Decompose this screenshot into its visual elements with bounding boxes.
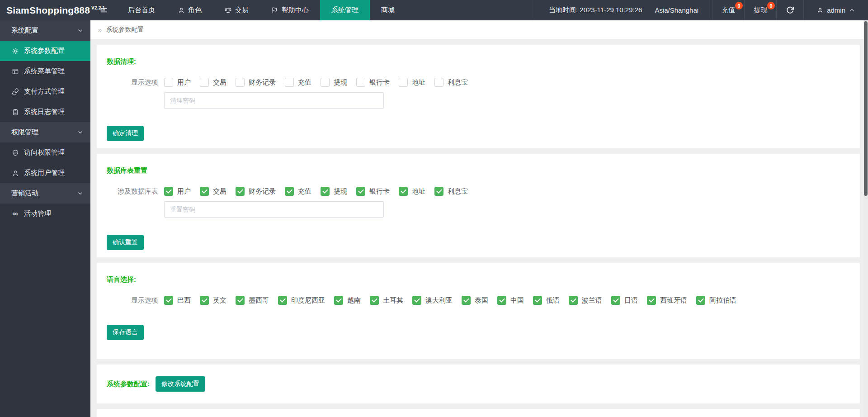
reset-password-input[interactable] bbox=[164, 201, 384, 218]
checkbox-option[interactable]: 用户 bbox=[164, 187, 191, 196]
nav-item-home[interactable]: 后台首页 bbox=[117, 0, 166, 20]
checkbox[interactable] bbox=[200, 187, 209, 196]
checkbox-option[interactable]: 英文 bbox=[200, 296, 226, 305]
checkbox[interactable] bbox=[236, 78, 245, 87]
checkbox[interactable] bbox=[434, 187, 443, 196]
checkbox-option[interactable]: 财务记录 bbox=[236, 78, 276, 87]
sidebar-item-payment-methods[interactable]: 支付方式管理 bbox=[0, 81, 90, 102]
sidebar-item-system-logs[interactable]: 系统日志管理 bbox=[0, 102, 90, 122]
checkbox[interactable] bbox=[200, 78, 209, 87]
checkbox-option[interactable]: 地址 bbox=[399, 78, 425, 87]
breadcrumb-arrows-icon: » bbox=[98, 26, 102, 33]
checkbox-option[interactable]: 泰国 bbox=[462, 296, 488, 305]
checkbox-option[interactable]: 利息宝 bbox=[434, 78, 468, 87]
save-language-button[interactable]: 保存语言 bbox=[107, 325, 144, 340]
checkbox[interactable] bbox=[462, 296, 471, 305]
checkbox-option[interactable]: 银行卡 bbox=[356, 78, 390, 87]
confirm-clean-button[interactable]: 确定清理 bbox=[107, 126, 144, 141]
checkbox[interactable] bbox=[164, 296, 173, 305]
checkbox[interactable] bbox=[370, 296, 379, 305]
checkbox-option[interactable]: 充值 bbox=[285, 78, 311, 87]
checkbox-option[interactable]: 银行卡 bbox=[356, 187, 390, 196]
checkbox[interactable] bbox=[200, 296, 209, 305]
checkbox[interactable] bbox=[356, 78, 365, 87]
checkbox[interactable] bbox=[164, 187, 173, 196]
checkbox[interactable] bbox=[285, 78, 294, 87]
checkbox[interactable] bbox=[647, 296, 656, 305]
checkbox[interactable] bbox=[533, 296, 542, 305]
refresh-button[interactable] bbox=[776, 0, 803, 20]
checkbox-option[interactable]: 波兰语 bbox=[569, 296, 602, 305]
checkbox-option[interactable]: 提现 bbox=[321, 78, 347, 87]
checkbox[interactable] bbox=[356, 187, 365, 196]
sidebar-item-system-params[interactable]: 系统参数配置 bbox=[0, 41, 90, 61]
checkbox-option[interactable]: 用户 bbox=[164, 78, 191, 87]
scrollbar-thumb[interactable] bbox=[864, 21, 868, 196]
row-label: 显示选项 bbox=[107, 296, 158, 305]
checkbox[interactable] bbox=[334, 296, 343, 305]
checkbox-option[interactable]: 阿拉伯语 bbox=[696, 296, 736, 305]
checkbox-option[interactable]: 澳大利亚 bbox=[412, 296, 453, 305]
checkbox-option[interactable]: 利息宝 bbox=[434, 187, 468, 196]
nav-item-mall[interactable]: 商城 bbox=[370, 0, 406, 20]
checkbox[interactable] bbox=[321, 78, 330, 87]
checkbox[interactable] bbox=[611, 296, 620, 305]
window-icon bbox=[11, 68, 19, 75]
clean-password-input[interactable] bbox=[164, 92, 384, 109]
nav-item-roles[interactable]: 角色 bbox=[166, 0, 213, 20]
admin-user-menu[interactable]: admin bbox=[803, 0, 868, 20]
withdraw-button[interactable]: 提现 0 bbox=[744, 0, 776, 20]
checkbox-option[interactable]: 巴西 bbox=[164, 296, 191, 305]
vertical-scrollbar[interactable] bbox=[863, 20, 868, 417]
checkbox-option[interactable]: 交易 bbox=[200, 187, 226, 196]
checkbox[interactable] bbox=[399, 187, 408, 196]
confirm-reset-button[interactable]: 确认重置 bbox=[107, 235, 144, 250]
checkbox[interactable] bbox=[278, 296, 287, 305]
nav-menu: 后台首页 角色 交易 帮助中心 系统管理 商城 bbox=[117, 0, 406, 20]
checkbox-option[interactable]: 日语 bbox=[611, 296, 638, 305]
checkbox-option[interactable]: 充值 bbox=[285, 187, 311, 196]
button-row: 确定清理 bbox=[107, 126, 850, 141]
nav-item-system-management[interactable]: 系统管理 bbox=[320, 0, 370, 20]
checkbox[interactable] bbox=[696, 296, 705, 305]
checkbox-option[interactable]: 地址 bbox=[399, 187, 425, 196]
sidebar: 系统配置 系统参数配置 系统菜单管理 支付方式管理 bbox=[0, 20, 90, 417]
checkbox-option[interactable]: 西班牙语 bbox=[647, 296, 687, 305]
username-label: admin bbox=[827, 6, 845, 14]
checkbox-option[interactable]: 中国 bbox=[497, 296, 524, 305]
checkbox[interactable] bbox=[569, 296, 578, 305]
sidebar-group-marketing[interactable]: 营销活动 bbox=[0, 183, 90, 204]
checkbox[interactable] bbox=[321, 187, 330, 196]
checkbox[interactable] bbox=[497, 296, 506, 305]
sidebar-group-system-config[interactable]: 系统配置 bbox=[0, 20, 90, 41]
checkbox[interactable] bbox=[434, 78, 443, 87]
checkbox[interactable] bbox=[236, 187, 245, 196]
checkbox-option[interactable]: 土耳其 bbox=[370, 296, 403, 305]
checkbox-option[interactable]: 财务记录 bbox=[236, 187, 276, 196]
sidebar-item-system-users[interactable]: 系统用户管理 bbox=[0, 163, 90, 183]
nav-item-help-center[interactable]: 帮助中心 bbox=[260, 0, 320, 20]
modify-system-config-button[interactable]: 修改系统配置 bbox=[156, 376, 205, 392]
checkbox[interactable] bbox=[164, 78, 173, 87]
sidebar-item-access-permissions[interactable]: 访问权限管理 bbox=[0, 142, 90, 163]
checkbox-option[interactable]: 俄语 bbox=[533, 296, 560, 305]
brand-logo: SiamShopping888V2.2.1 bbox=[0, 0, 90, 20]
language-card: 语言选择: 显示选项 巴西 英文 bbox=[97, 263, 860, 359]
sidebar-item-system-menu[interactable]: 系统菜单管理 bbox=[0, 61, 90, 81]
sidebar-group-permissions[interactable]: 权限管理 bbox=[0, 122, 90, 142]
brand-name: SiamShopping888 bbox=[6, 5, 90, 16]
data-clean-options-row: 显示选项 用户 交易 bbox=[107, 78, 850, 87]
checkbox-option[interactable]: 交易 bbox=[200, 78, 226, 87]
checkbox-option[interactable]: 越南 bbox=[334, 296, 361, 305]
checkbox-option[interactable]: 印度尼西亚 bbox=[278, 296, 325, 305]
user-icon bbox=[816, 7, 824, 14]
checkbox[interactable] bbox=[412, 296, 421, 305]
checkbox-option[interactable]: 提现 bbox=[321, 187, 347, 196]
checkbox[interactable] bbox=[236, 296, 245, 305]
recharge-button[interactable]: 充值 0 bbox=[712, 0, 744, 20]
checkbox[interactable] bbox=[399, 78, 408, 87]
checkbox[interactable] bbox=[285, 187, 294, 196]
nav-item-transactions[interactable]: 交易 bbox=[213, 0, 260, 20]
sidebar-item-activity-management[interactable]: ∞ 活动管理 bbox=[0, 204, 90, 224]
checkbox-option[interactable]: 墨西哥 bbox=[236, 296, 269, 305]
